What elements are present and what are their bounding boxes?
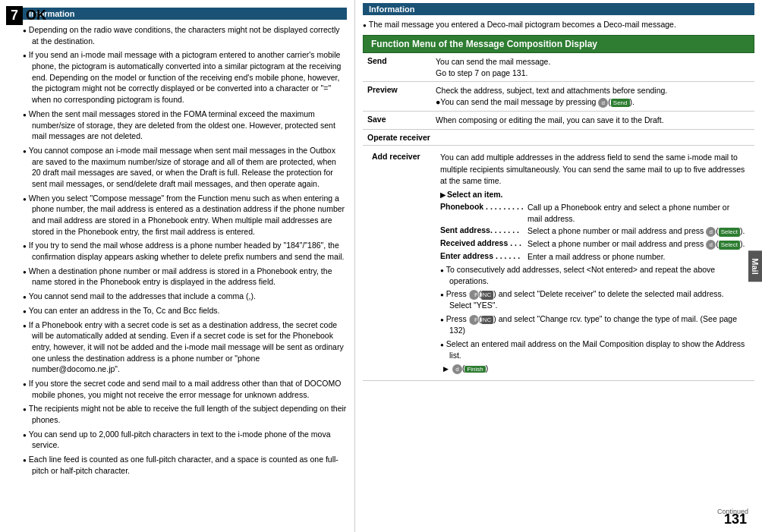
sent-address-label: Sent address. . . . . . . (440, 225, 527, 237)
list-item: Each line feed is counted as one full-pi… (23, 454, 347, 476)
add-bullet-1: To consecutively add addresses, select <… (440, 264, 745, 286)
list-item: When you select "Compose message" from t… (23, 193, 347, 238)
select-badge-2: Select (719, 241, 740, 249)
right-info-bullet: The mail message you entered a Deco-mail… (363, 20, 754, 29)
right-info-box: Information (363, 3, 754, 15)
table-row-save: Save When composing or editing the mail,… (363, 112, 754, 130)
page-number: 131 (724, 512, 747, 527)
send-label: Send (363, 53, 431, 82)
phonebook-desc: Call up a Phonebook entry and select a p… (527, 202, 745, 224)
chapter-number: 7 (6, 6, 23, 25)
received-address-row: Received address . . . Select a phone nu… (440, 238, 745, 250)
phonebook-label: Phonebook . . . . . . . . . (440, 202, 527, 224)
right-column: Information The mail message you entered… (355, 0, 762, 532)
finish-badge: Finish (464, 366, 485, 373)
add-bullet-4: Select an entered mail address on the Ma… (440, 338, 745, 360)
received-address-label: Received address . . . (440, 238, 527, 250)
add-receiver-content: You can add multiple addresses in the ad… (436, 149, 750, 377)
list-item: When the sent mail messages stored in th… (23, 109, 347, 142)
list-item: If a Phonebook entry with a secret code … (23, 320, 347, 375)
add-receiver-section: Add receiver You can add multiple addres… (363, 146, 754, 381)
preview-label: Preview (363, 82, 431, 112)
received-address-desc: Select a phone number or mail address an… (527, 238, 745, 250)
received-address-dots: . . . (510, 238, 521, 247)
operate-receiver-label: Operate receiver (363, 129, 754, 145)
sent-address-desc: Select a phone number or mail address an… (527, 225, 745, 237)
sent-address-row: Sent address. . . . . . . Select a phone… (440, 225, 745, 237)
enter-address-desc: Enter a mail address or phone number. (527, 251, 745, 263)
function-menu-table: Send You can send the mail message. Go t… (363, 53, 754, 146)
d-button-icon: d (706, 227, 716, 237)
left-bullet-list: Depending on the radio wave conditions, … (23, 24, 347, 476)
func-badge: FUNC (481, 291, 493, 299)
list-item: When a destination phone number or mail … (23, 266, 347, 288)
sent-address-dots: . . . . . . . (490, 225, 519, 235)
list-item: Depending on the radio wave conditions, … (23, 24, 347, 46)
chapter-header: 7 OK (6, 6, 46, 25)
add-bullet-2: Press i( FUNC ) and select "Delete recei… (440, 288, 745, 311)
save-label: Save (363, 112, 431, 130)
send-desc: You can send the mail message. Go to ste… (431, 53, 754, 82)
func-badge-2: FUNC (481, 316, 493, 324)
add-bullet-3: Press i( FUNC ) and select "Change rcv. … (440, 313, 745, 336)
left-info-box: Information (23, 8, 347, 20)
list-item: If you try to send the mail whose addres… (23, 240, 347, 262)
d-button-icon: d (706, 240, 716, 250)
send-badge: Send (611, 99, 630, 107)
enter-address-label: Enter address . . . . . . (440, 251, 527, 263)
list-item: The recipients might not be able to rece… (23, 403, 347, 425)
mail-tab: Mail (748, 250, 762, 282)
add-receiver-row: Add receiver You can add multiple addres… (367, 149, 750, 377)
d-button-icon: d (598, 98, 608, 108)
enter-address-row: Enter address . . . . . . Enter a mail a… (440, 251, 745, 263)
chapter-ok: OK (26, 8, 46, 24)
select-badge: Select (719, 228, 740, 236)
enter-address-dots: . . . . . . (496, 251, 520, 260)
list-item: You cannot compose an i-mode mail messag… (23, 145, 347, 190)
list-item: If you store the secret code and send ma… (23, 378, 347, 400)
table-row-send: Send You can send the mail message. Go t… (363, 53, 754, 82)
table-row-operate: Operate receiver (363, 129, 754, 145)
select-item: Select an item. (440, 190, 745, 199)
list-item: You can enter an address in the To, Cc a… (23, 305, 347, 316)
save-desc: When composing or editing the mail, you … (431, 112, 754, 130)
function-menu-header: Function Menu of the Message Composition… (363, 35, 754, 53)
add-receiver-table: Add receiver You can add multiple addres… (367, 149, 750, 377)
phonebook-dots: . . . . . . . . . (486, 202, 524, 211)
left-column: 7 OK Information Depending on the radio … (0, 0, 355, 532)
add-receiver-label: Add receiver (367, 149, 436, 377)
add-receiver-desc: You can add multiple addresses in the ad… (440, 152, 745, 187)
list-item: You can send up to 2,000 full-pitch char… (23, 429, 347, 451)
finish-arrow: d(Finish) (440, 364, 745, 374)
list-item: You cannot send mail to the addresses th… (23, 291, 347, 302)
table-row-preview: Preview Check the address, subject, text… (363, 82, 754, 112)
preview-desc: Check the address, subject, text and att… (431, 82, 754, 112)
phonebook-row: Phonebook . . . . . . . . . Call up a Ph… (440, 202, 745, 224)
d-finish-button-icon: d (452, 364, 462, 374)
list-item: If you send an i-mode mail message with … (23, 49, 347, 105)
